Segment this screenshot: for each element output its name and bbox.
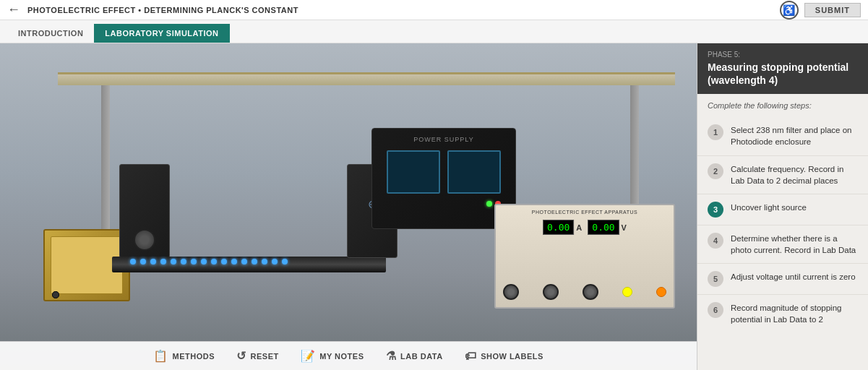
rail-dot <box>241 259 247 264</box>
step-text-6: Record magnitude of stopping potential i… <box>731 302 858 325</box>
back-button[interactable]: ← <box>7 2 20 17</box>
right-panel: PHASE 5: Measuring stopping potential (w… <box>697 43 868 370</box>
apparatus-knob-3[interactable] <box>583 284 598 300</box>
accessibility-icon: ♿ <box>783 4 795 16</box>
methods-icon: 📋 <box>153 349 168 363</box>
apparatus-title: PHOTOELECTRIC EFFECT APPARATUS <box>532 210 637 215</box>
orange-indicator <box>656 287 666 297</box>
show-labels-icon: 🏷 <box>465 350 477 363</box>
apparatus-controls <box>503 284 666 300</box>
phase-title: Measuring stopping potential (wavelength… <box>708 61 858 87</box>
voltage-display-group: 0.00 V <box>588 220 627 235</box>
rail-dot <box>191 259 197 264</box>
rail-dot <box>181 259 186 264</box>
apparatus-knob-2[interactable] <box>543 284 559 300</box>
tab-introduction[interactable]: INTRODUCTION <box>7 24 94 43</box>
current-unit: A <box>576 223 582 232</box>
step-row-1: 1Select 238 nm filter and place on Photo… <box>697 117 868 155</box>
show-labels-label: SHOW LABELS <box>481 352 543 361</box>
header: ← PHOTOELECTRIC EFFECT • DETERMINING PLA… <box>0 0 868 20</box>
tab-bar: INTRODUCTION LABORATORY SIMULATION <box>0 20 868 43</box>
reset-button[interactable]: ↺ RESET <box>236 349 279 363</box>
methods-label: METHODS <box>173 352 215 361</box>
step-row-4: 4Determine whether there is a photo curr… <box>697 225 868 264</box>
step-number-5: 5 <box>708 271 723 287</box>
light-source-knob <box>134 229 155 251</box>
step-text-2: Calculate frequency. Record in Lab Data … <box>731 163 858 186</box>
rail-dot <box>282 259 288 264</box>
toolbar: 📋 METHODS ↺ RESET 📝 MY NOTES ⚗ LAB DATA … <box>0 341 697 370</box>
step-row-6: 6Record magnitude of stopping potential … <box>697 295 868 332</box>
notes-label: MY NOTES <box>319 352 364 361</box>
lab-data-button[interactable]: ⚗ LAB DATA <box>386 349 443 363</box>
show-labels-button[interactable]: 🏷 SHOW LABELS <box>465 350 543 363</box>
rail-indicator-dots <box>130 259 379 264</box>
step-text-1: Select 238 nm filter and place on Photod… <box>731 124 858 147</box>
yellow-indicator <box>622 287 632 297</box>
lab-data-icon: ⚗ <box>386 349 397 363</box>
rail-dot <box>231 259 237 264</box>
rail-dot <box>221 259 227 264</box>
voltage-unit: V <box>622 223 627 232</box>
submit-button[interactable]: SUBMIT <box>804 3 861 17</box>
apparatus-displays: 0.00 A 0.00 V <box>543 220 627 235</box>
power-supply-label: POWER SUPPLY <box>413 136 473 143</box>
current-display-group: 0.00 A <box>543 220 582 235</box>
phase-header: PHASE 5: Measuring stopping potential (w… <box>697 43 868 94</box>
lab-data-label: LAB DATA <box>400 352 443 361</box>
tab-laboratory-simulation[interactable]: LABORATORY SIMULATION <box>94 24 229 43</box>
step-text-5: Adjust voltage until current is zero <box>731 271 856 283</box>
methods-button[interactable]: 📋 METHODS <box>153 349 215 363</box>
step-number-4: 4 <box>708 233 723 249</box>
rail-dot <box>140 259 146 264</box>
apparatus-box: PHOTOELECTRIC EFFECT APPARATUS 0.00 A 0.… <box>494 204 675 309</box>
step-number-2: 2 <box>708 163 723 179</box>
rail-dot <box>272 259 278 264</box>
step-row-2: 2Calculate frequency. Record in Lab Data… <box>697 156 868 194</box>
phase-label: PHASE 5: <box>708 51 858 59</box>
notes-icon: 📝 <box>301 349 316 363</box>
step-number-3: 3 <box>708 202 723 218</box>
current-display: 0.00 <box>543 220 574 235</box>
rail-dot <box>130 259 136 264</box>
rail-dot <box>150 259 156 264</box>
steps-container: Complete the following steps: 1Select 23… <box>697 94 868 370</box>
rail-dot <box>160 259 166 264</box>
step-number-6: 6 <box>708 302 723 318</box>
page-title: PHOTOELECTRIC EFFECT • DETERMINING PLANC… <box>27 6 780 14</box>
rail-dot <box>201 259 207 264</box>
rail-dot <box>211 259 217 264</box>
accessibility-button[interactable]: ♿ <box>780 1 799 20</box>
step-text-4: Determine whether there is a photo curre… <box>731 233 858 256</box>
step-number-1: 1 <box>708 124 723 140</box>
lab-area: ⊕ POWER SUPPLY PHOTOELECTRIC EFFECT APPA… <box>0 43 697 370</box>
rail-dot <box>252 259 257 264</box>
voltage-display: 0.00 <box>588 220 619 235</box>
step-row-5: 5Adjust voltage until current is zero <box>697 264 868 295</box>
power-light-green <box>486 201 492 207</box>
step-text-3: Uncover light source <box>731 202 807 213</box>
rail-dot <box>171 259 176 264</box>
step-row-3: 3Uncover light source <box>697 194 868 225</box>
rail-dot <box>262 259 267 264</box>
shelf <box>58 72 675 85</box>
notes-button[interactable]: 📝 MY NOTES <box>301 349 364 363</box>
main-content: ⊕ POWER SUPPLY PHOTOELECTRIC EFFECT APPA… <box>0 43 868 370</box>
filter-dot <box>52 291 59 298</box>
reset-icon: ↺ <box>236 349 246 363</box>
apparatus-knob-1[interactable] <box>503 284 519 300</box>
reset-label: RESET <box>251 352 279 361</box>
steps-intro: Complete the following steps: <box>697 94 868 117</box>
